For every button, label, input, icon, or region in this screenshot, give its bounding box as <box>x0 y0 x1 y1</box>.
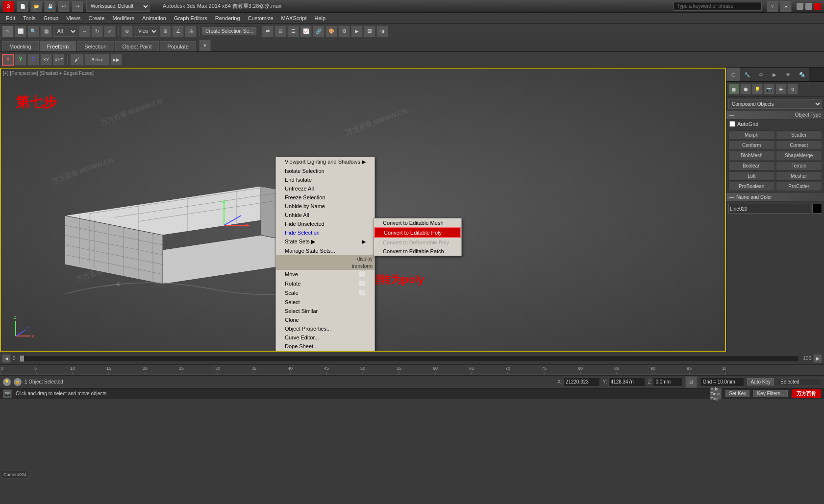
menu-graph-editors[interactable]: Graph Editors <box>170 14 211 22</box>
panel-tab-utilities[interactable]: 🔩 <box>795 68 809 81</box>
ctx-end-isolate[interactable]: End Isolate <box>276 175 375 184</box>
auto-key-button[interactable]: Auto Key <box>747 378 774 385</box>
tab-expand-btn[interactable]: ▼ <box>199 40 211 51</box>
autogrid-checkbox[interactable] <box>729 121 735 127</box>
ctx-select-similar[interactable]: Select Similar <box>276 307 375 315</box>
panel-tab-display[interactable]: 👁 <box>781 68 795 81</box>
add-time-tag-btn[interactable]: Add Time Tag <box>710 388 722 400</box>
menu-tools[interactable]: Tools <box>19 14 40 22</box>
new-btn[interactable]: 📄 <box>17 0 28 12</box>
open-btn[interactable]: 📂 <box>30 0 42 12</box>
blobmesh-btn[interactable]: BlobMesh <box>728 151 775 160</box>
align-btn[interactable]: ⊟ <box>275 25 286 37</box>
convert-to-submenu[interactable]: Convert to Editable Mesh Convert to Edit… <box>374 218 462 256</box>
ctx-scale[interactable]: Scale ⬜ <box>276 288 375 298</box>
menu-edit[interactable]: Edit <box>2 14 19 22</box>
schematic-btn[interactable]: 🔗 <box>313 25 325 37</box>
tab-modeling[interactable]: Modeling <box>2 41 39 51</box>
ctx-manage-state-sets[interactable]: Manage State Sets... <box>276 246 375 255</box>
ctx-unhide-by-name[interactable]: Unhide by Name <box>276 202 375 211</box>
ctx-object-properties[interactable]: Object Properties... <box>276 324 375 333</box>
ctx-move[interactable]: Move ⬜ <box>276 270 375 279</box>
save-btn[interactable]: 💾 <box>44 0 56 12</box>
ctx-hide-unselected[interactable]: Hide Unselected <box>276 219 375 228</box>
convert-deformable-poly[interactable]: Convert to Deformable Poly <box>374 238 461 247</box>
ctx-freeze-selection[interactable]: Freeze Selection <box>276 193 375 202</box>
timeline-config-btn[interactable]: ▶ <box>813 354 822 363</box>
menu-animation[interactable]: Animation <box>138 14 170 22</box>
menu-customize[interactable]: Customize <box>244 14 277 22</box>
pivot-btn[interactable]: ⊕ <box>121 25 133 37</box>
ctx-dope-sheet[interactable]: Dope Sheet... <box>276 342 375 351</box>
convert-editable-patch[interactable]: Convert to Editable Patch <box>374 247 461 256</box>
render-btn[interactable]: ▶ <box>351 25 363 37</box>
ctx-unfreeze-all[interactable]: Unfreeze All <box>276 184 375 193</box>
timeline-slider[interactable] <box>20 355 799 362</box>
menu-group[interactable]: Group <box>40 14 63 22</box>
help-icons[interactable]: ? <box>767 0 778 12</box>
ctx-select[interactable]: Select <box>276 298 375 307</box>
select-region-btn[interactable]: ⬜ <box>15 25 26 37</box>
x-axis-btn[interactable]: X <box>2 54 14 66</box>
panel-tab-motion[interactable]: ▶ <box>768 68 781 81</box>
move-btn[interactable]: ↔ <box>78 25 90 37</box>
context-menu[interactable]: Viewport Lighting and Shadows ▶ Isolate … <box>275 157 375 352</box>
create-cameras-btn[interactable]: 📷 <box>764 84 774 95</box>
conform-btn[interactable]: Conform <box>728 141 775 150</box>
redo-btn[interactable]: ↪ <box>72 0 83 12</box>
camera-lock-btn[interactable]: 📷 <box>3 389 12 398</box>
viewport[interactable]: [+] [Perspective] [Shaded + Edged Faces]… <box>0 68 726 352</box>
create-lights-btn[interactable]: 💡 <box>752 84 763 95</box>
close-button[interactable] <box>814 3 821 10</box>
tab-object-paint[interactable]: Object Paint <box>115 41 159 51</box>
mirror-btn[interactable]: ⇄ <box>262 25 274 37</box>
ctx-clone[interactable]: Clone <box>276 315 375 324</box>
rotate-btn[interactable]: ↻ <box>91 25 103 37</box>
play-btn[interactable]: ◀ <box>2 354 11 363</box>
connect-btn[interactable]: Connect <box>776 141 823 150</box>
active-shade-btn[interactable]: ◑ <box>376 25 388 37</box>
relax-btn[interactable]: Relax <box>85 54 109 66</box>
ctx-rotate[interactable]: Rotate ⬜ <box>276 279 375 288</box>
material-btn[interactable]: 🎨 <box>325 25 337 37</box>
selected-input[interactable] <box>777 378 821 385</box>
scatter-btn[interactable]: Scatter <box>776 130 823 140</box>
tab-selection[interactable]: Selection <box>77 41 114 51</box>
ctx-hide-selection[interactable]: Hide Selection <box>276 228 375 237</box>
search-input[interactable] <box>674 2 762 11</box>
tab-populate[interactable]: Populate <box>160 41 196 51</box>
panel-tab-create[interactable]: ⬡ <box>726 68 740 81</box>
grid-input[interactable] <box>700 378 744 386</box>
y-axis-btn[interactable]: Y <box>15 54 26 66</box>
undo-btn[interactable]: ↩ <box>58 0 70 12</box>
category-dropdown[interactable]: Compound Objects <box>728 99 822 109</box>
create-shapes-btn[interactable]: ⬟ <box>740 84 751 95</box>
terrain-btn[interactable]: Terrain <box>776 161 823 170</box>
convert-editable-mesh[interactable]: Convert to Editable Mesh <box>374 218 461 227</box>
mesher-btn[interactable]: Mesher <box>776 171 823 181</box>
convert-editable-poly[interactable]: Convert to Editable Poly <box>374 227 461 238</box>
snap-btn[interactable]: ⊞ <box>159 25 171 37</box>
render-setup-btn[interactable]: ⚙ <box>338 25 350 37</box>
create-geometry-btn[interactable]: ◼ <box>728 84 739 95</box>
z-input[interactable] <box>653 378 682 386</box>
z-axis-btn[interactable]: Z <box>27 54 39 66</box>
xyz-axis-btn[interactable]: XYZ <box>53 54 65 66</box>
panel-tab-hierarchy[interactable]: ⚙ <box>754 68 768 81</box>
tab-freeform[interactable]: Freeform <box>40 41 76 51</box>
ctx-curve-editor[interactable]: Curve Editor... <box>276 333 375 342</box>
paint-deform-btn[interactable]: 🖌 <box>70 54 84 66</box>
y-input[interactable] <box>608 378 645 386</box>
menu-create[interactable]: Create <box>84 14 108 22</box>
angle-snap-btn[interactable]: ∠ <box>172 25 184 37</box>
coord-mode-btn[interactable]: ⊞ <box>685 376 697 388</box>
coord-dropdown[interactable]: View <box>134 26 158 37</box>
color-swatch[interactable] <box>812 204 822 214</box>
create-helpers-btn[interactable]: ✚ <box>775 84 786 95</box>
workspace-dropdown[interactable]: Workspace: Default <box>86 1 150 12</box>
boolean-btn[interactable]: Boolean <box>728 161 775 170</box>
x-input[interactable] <box>563 378 600 386</box>
create-spacewarp-btn[interactable]: ↯ <box>787 84 798 95</box>
xy-axis-btn[interactable]: XY <box>40 54 52 66</box>
menu-help[interactable]: Help <box>311 14 330 22</box>
